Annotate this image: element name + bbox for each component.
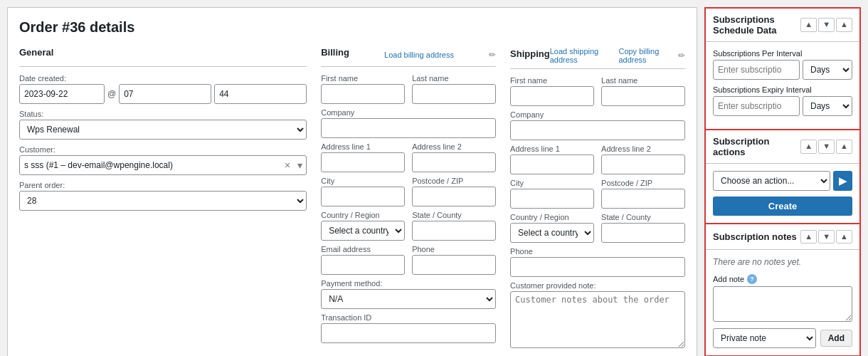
time-minute-input[interactable] bbox=[214, 84, 307, 104]
customer-note-label: Customer provided note: bbox=[510, 281, 685, 290]
customer-note-textarea[interactable] bbox=[510, 291, 685, 348]
billing-country-label: Country / Region bbox=[321, 211, 405, 219]
add-note-textarea[interactable] bbox=[713, 286, 852, 322]
notes-panel-down-button[interactable]: ▼ bbox=[818, 230, 835, 244]
date-created-label: Date created: bbox=[19, 74, 307, 83]
create-button[interactable]: Create bbox=[713, 197, 852, 216]
actions-panel-down-button[interactable]: ▼ bbox=[818, 140, 835, 153]
date-created-input[interactable] bbox=[19, 84, 105, 104]
at-symbol: @ bbox=[107, 89, 116, 99]
billing-address1-label: Address line 1 bbox=[321, 142, 405, 151]
billing-lastname-label: Last name bbox=[412, 74, 496, 83]
notes-panel-up-button[interactable]: ▲ bbox=[800, 230, 817, 244]
notes-panel-collapse-button[interactable]: ▲ bbox=[836, 230, 852, 244]
expiry-interval-input[interactable] bbox=[713, 96, 800, 116]
shipping-lastname-label: Last name bbox=[601, 76, 685, 85]
billing-firstname-input[interactable] bbox=[321, 84, 405, 104]
note-type-select[interactable]: Private note Note to customer bbox=[713, 328, 816, 348]
billing-lastname-input[interactable] bbox=[412, 84, 496, 104]
add-note-label: Add note bbox=[713, 275, 744, 283]
customer-input[interactable] bbox=[20, 156, 281, 174]
shipping-address1-input[interactable] bbox=[510, 155, 594, 174]
actions-panel-title: Subscription actions bbox=[713, 136, 800, 157]
subscription-notes-panel: Subscription notes ▲ ▼ ▲ There are no no… bbox=[704, 224, 861, 356]
schedule-panel-title: Subscriptions Schedule Data bbox=[713, 14, 800, 36]
shipping-country-select[interactable]: Select a country / regio... bbox=[510, 223, 594, 243]
schedule-panel-collapse-button[interactable]: ▲ bbox=[836, 18, 852, 31]
shipping-edit-icon[interactable]: ✏ bbox=[678, 51, 685, 61]
billing-email-label: Email address bbox=[321, 245, 405, 253]
per-interval-input[interactable] bbox=[713, 60, 800, 80]
billing-address2-input[interactable] bbox=[412, 152, 496, 172]
action-select[interactable]: Choose an action... Email invoice / orde… bbox=[713, 171, 830, 191]
time-hour-input[interactable] bbox=[119, 84, 211, 104]
billing-edit-icon[interactable]: ✏ bbox=[489, 50, 496, 60]
action-execute-button[interactable]: ▶ bbox=[833, 171, 852, 191]
load-shipping-address-link[interactable]: Load shipping address bbox=[550, 47, 616, 64]
transaction-id-input[interactable] bbox=[321, 323, 496, 343]
shipping-state-label: State / County bbox=[601, 213, 685, 221]
customer-label: Customer: bbox=[19, 145, 307, 154]
shipping-lastname-input[interactable] bbox=[601, 86, 685, 106]
billing-city-label: City bbox=[321, 177, 405, 185]
shipping-postcode-input[interactable] bbox=[601, 189, 685, 209]
billing-company-label: Company bbox=[321, 108, 496, 117]
actions-panel-up-button[interactable]: ▲ bbox=[800, 140, 817, 153]
shipping-phone-input[interactable] bbox=[510, 257, 685, 277]
billing-postcode-input[interactable] bbox=[412, 187, 496, 206]
shipping-firstname-label: First name bbox=[510, 76, 594, 85]
transaction-id-label: Transaction ID bbox=[321, 313, 496, 322]
payment-method-select[interactable]: N/A bbox=[321, 289, 496, 309]
shipping-city-input[interactable] bbox=[510, 189, 594, 209]
billing-city-input[interactable] bbox=[321, 187, 405, 206]
shipping-address2-input[interactable] bbox=[601, 155, 685, 174]
shipping-city-label: City bbox=[510, 179, 594, 187]
shipping-state-input[interactable] bbox=[601, 223, 685, 243]
shipping-country-label: Country / Region bbox=[510, 213, 594, 221]
customer-arrow-button[interactable]: ▾ bbox=[294, 159, 306, 171]
billing-postcode-label: Postcode / ZIP bbox=[412, 177, 496, 185]
shipping-address2-label: Address line 2 bbox=[601, 145, 685, 153]
shipping-company-label: Company bbox=[510, 110, 685, 119]
billing-company-input[interactable] bbox=[321, 118, 496, 138]
per-interval-unit-select[interactable]: Days Weeks Months Years bbox=[803, 60, 852, 80]
billing-section-title: Billing bbox=[321, 47, 349, 58]
schedule-panel-down-button[interactable]: ▼ bbox=[818, 18, 835, 31]
parent-order-select[interactable]: 28 bbox=[19, 191, 307, 211]
customer-clear-button[interactable]: × bbox=[281, 159, 294, 171]
shipping-company-input[interactable] bbox=[510, 120, 685, 140]
shipping-address1-label: Address line 1 bbox=[510, 145, 594, 153]
status-label: Status: bbox=[19, 110, 307, 118]
shipping-postcode-label: Postcode / ZIP bbox=[601, 179, 685, 187]
shipping-section-title: Shipping bbox=[510, 48, 550, 59]
schedule-data-panel: Subscriptions Schedule Data ▲ ▼ ▲ Subscr… bbox=[704, 7, 861, 130]
expiry-interval-label: Subscriptions Expiry Interval bbox=[713, 85, 852, 94]
billing-state-input[interactable] bbox=[412, 221, 496, 241]
billing-firstname-label: First name bbox=[321, 74, 405, 83]
load-billing-address-link[interactable]: Load billing address bbox=[384, 51, 454, 59]
copy-billing-address-link[interactable]: Copy billing address bbox=[618, 47, 678, 64]
billing-phone-input[interactable] bbox=[412, 255, 496, 275]
billing-phone-label: Phone bbox=[412, 245, 496, 253]
per-interval-label: Subscriptions Per Interval bbox=[713, 49, 852, 58]
billing-address1-input[interactable] bbox=[321, 152, 405, 172]
billing-email-input[interactable] bbox=[321, 255, 405, 275]
page-title: Order #36 details bbox=[19, 19, 685, 36]
status-select[interactable]: Wps Renewal Pending payment Processing O… bbox=[19, 120, 307, 140]
schedule-panel-up-button[interactable]: ▲ bbox=[800, 18, 817, 31]
billing-address2-label: Address line 2 bbox=[412, 142, 496, 151]
billing-country-select[interactable]: Select a country / regio... bbox=[321, 221, 405, 241]
add-note-help-icon[interactable]: ? bbox=[747, 274, 757, 284]
notes-empty-message: There are no notes yet. bbox=[713, 257, 852, 267]
add-note-button[interactable]: Add bbox=[820, 330, 852, 347]
general-section-title: General bbox=[19, 47, 53, 58]
shipping-phone-label: Phone bbox=[510, 247, 685, 256]
payment-method-label: Payment method: bbox=[321, 279, 496, 288]
notes-panel-title: Subscription notes bbox=[713, 231, 800, 242]
subscription-actions-panel: Subscription actions ▲ ▼ ▲ Choose an act… bbox=[704, 130, 861, 224]
parent-order-label: Parent order: bbox=[19, 181, 307, 189]
expiry-interval-unit-select[interactable]: Days Weeks Months Years bbox=[803, 96, 852, 116]
shipping-firstname-input[interactable] bbox=[510, 86, 594, 106]
billing-state-label: State / County bbox=[412, 211, 496, 219]
actions-panel-collapse-button[interactable]: ▲ bbox=[836, 140, 852, 153]
